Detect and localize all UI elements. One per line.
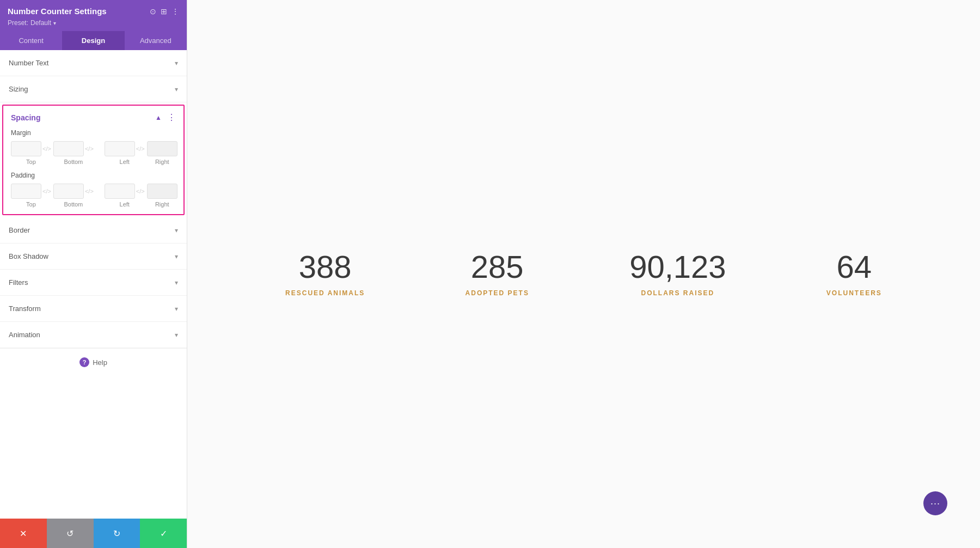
action-bar: ✕ ↺ ↻ ✓ xyxy=(0,519,187,548)
circle-icon[interactable]: ⊙ xyxy=(150,7,156,16)
counter-rescued-animals: 388 RESCUED ANIMALS xyxy=(285,251,365,297)
margin-bottom-pair: </> Bottom xyxy=(53,141,94,165)
fab-icon: ··· xyxy=(930,498,940,509)
counter-dollars-raised: 90,123 DOLLARS RAISED xyxy=(629,251,726,297)
confirm-button[interactable]: ✓ xyxy=(140,519,187,548)
margin-left-label: Left xyxy=(120,159,130,165)
margin-bottom-label: Bottom xyxy=(64,159,83,165)
counter-number-3: 64 xyxy=(837,251,872,283)
animation-chevron-icon: ▾ xyxy=(175,331,178,339)
number-text-label: Number Text xyxy=(9,59,48,67)
margin-top-label: Top xyxy=(26,159,36,165)
confirm-icon: ✓ xyxy=(160,528,167,539)
box-shadow-chevron-icon: ▾ xyxy=(175,253,178,260)
padding-top-label: Top xyxy=(26,201,36,208)
padding-bottom-pair: </> Bottom xyxy=(53,184,94,208)
padding-left-input[interactable] xyxy=(105,184,135,199)
filters-chevron-icon: ▾ xyxy=(175,279,178,287)
padding-left-link-icon[interactable]: </> xyxy=(136,188,145,194)
padding-left-pair: </> Left xyxy=(105,184,145,208)
grid-icon[interactable]: ⊞ xyxy=(161,7,167,16)
margin-inputs: </> Top </> Bottom xyxy=(11,141,176,165)
sizing-label: Sizing xyxy=(9,85,28,93)
panel-header-icons: ⊙ ⊞ ⋮ xyxy=(150,7,179,16)
margin-right-input[interactable] xyxy=(147,141,177,156)
redo-button[interactable]: ↻ xyxy=(94,519,140,548)
margin-group: Margin </> Top </> Botto xyxy=(3,129,183,172)
margin-bottom-input[interactable] xyxy=(53,141,84,156)
more-options-icon[interactable]: ⋮ xyxy=(171,7,179,16)
help-label: Help xyxy=(93,358,107,367)
spacing-title: Spacing xyxy=(11,113,40,122)
padding-top-input[interactable] xyxy=(11,184,41,199)
transform-label: Transform xyxy=(9,305,41,313)
margin-top-pair: </> Top xyxy=(11,141,51,165)
preset-chevron-icon[interactable]: ▾ xyxy=(53,20,56,26)
padding-top-pair: </> Top xyxy=(11,184,51,208)
section-border[interactable]: Border ▾ xyxy=(0,217,187,243)
undo-button[interactable]: ↺ xyxy=(47,519,94,548)
counter-label-1: ADOPTED PETS xyxy=(465,289,529,297)
section-sizing[interactable]: Sizing ▾ xyxy=(0,76,187,102)
margin-left-pair: </> Left xyxy=(105,141,145,165)
help-icon: ? xyxy=(79,357,89,367)
padding-right-input[interactable] xyxy=(147,184,177,199)
margin-left-link-icon[interactable]: </> xyxy=(136,145,145,152)
margin-bottom-link-icon[interactable]: </> xyxy=(85,145,94,152)
filters-label: Filters xyxy=(9,278,28,287)
panel-footer: ? Help xyxy=(0,348,187,376)
box-shadow-label: Box Shadow xyxy=(9,252,48,260)
fab-button[interactable]: ··· xyxy=(923,491,947,515)
margin-top-input[interactable] xyxy=(11,141,41,156)
tab-design[interactable]: Design xyxy=(62,31,124,50)
padding-group: Padding </> Top </> Bott xyxy=(3,172,183,214)
spacing-header: Spacing ▲ ⋮ xyxy=(3,106,183,129)
counter-adopted-pets: 285 ADOPTED PETS xyxy=(465,251,529,297)
spacing-section: Spacing ▲ ⋮ Margin </> Top xyxy=(2,105,185,215)
margin-right-pair: Right xyxy=(147,141,177,165)
help-link[interactable]: ? Help xyxy=(79,357,107,367)
border-label: Border xyxy=(9,226,30,234)
margin-left-input[interactable] xyxy=(105,141,135,156)
spacing-header-right: ▲ ⋮ xyxy=(155,112,176,123)
undo-icon: ↺ xyxy=(66,528,74,539)
redo-icon: ↻ xyxy=(113,528,120,539)
padding-bottom-input[interactable] xyxy=(53,184,84,199)
counters-row: 388 RESCUED ANIMALS 285 ADOPTED PETS 90,… xyxy=(203,251,965,297)
padding-inputs: </> Top </> Bottom xyxy=(11,184,176,208)
main-area: 388 RESCUED ANIMALS 285 ADOPTED PETS 90,… xyxy=(187,0,980,548)
panel-title: Number Counter Settings xyxy=(8,7,107,16)
margin-top-link-icon[interactable]: </> xyxy=(42,145,51,152)
panel-header: Number Counter Settings ⊙ ⊞ ⋮ Preset: De… xyxy=(0,0,187,31)
counter-volunteers: 64 VOLUNTEERS xyxy=(826,251,882,297)
section-filters[interactable]: Filters ▾ xyxy=(0,270,187,296)
padding-top-link-icon[interactable]: </> xyxy=(42,188,51,194)
number-text-chevron-icon: ▾ xyxy=(175,59,178,67)
preset-label: Preset: xyxy=(8,19,28,27)
preset-value[interactable]: Default xyxy=(30,19,51,27)
border-chevron-icon: ▾ xyxy=(175,227,178,234)
section-number-text[interactable]: Number Text ▾ xyxy=(0,50,187,76)
animation-label: Animation xyxy=(9,331,40,339)
panel-tabs: Content Design Advanced xyxy=(0,31,187,50)
section-animation[interactable]: Animation ▾ xyxy=(0,322,187,348)
spacing-more-icon[interactable]: ⋮ xyxy=(167,112,176,123)
sizing-chevron-icon: ▾ xyxy=(175,86,178,93)
section-transform[interactable]: Transform ▾ xyxy=(0,296,187,322)
padding-bottom-link-icon[interactable]: </> xyxy=(85,188,94,194)
padding-left-label: Left xyxy=(120,201,130,208)
cancel-button[interactable]: ✕ xyxy=(0,519,47,548)
counter-label-0: RESCUED ANIMALS xyxy=(285,289,365,297)
tab-content[interactable]: Content xyxy=(0,31,62,50)
tab-advanced[interactable]: Advanced xyxy=(125,31,187,50)
counter-number-2: 90,123 xyxy=(629,251,726,283)
counter-number-1: 285 xyxy=(471,251,524,283)
margin-label: Margin xyxy=(11,129,176,137)
margin-right-label: Right xyxy=(155,159,169,165)
padding-bottom-label: Bottom xyxy=(64,201,83,208)
spacing-chevron-up-icon[interactable]: ▲ xyxy=(155,114,162,121)
settings-panel: Number Counter Settings ⊙ ⊞ ⋮ Preset: De… xyxy=(0,0,187,548)
section-box-shadow[interactable]: Box Shadow ▾ xyxy=(0,243,187,270)
padding-right-label: Right xyxy=(155,201,169,208)
cancel-icon: ✕ xyxy=(20,528,27,539)
